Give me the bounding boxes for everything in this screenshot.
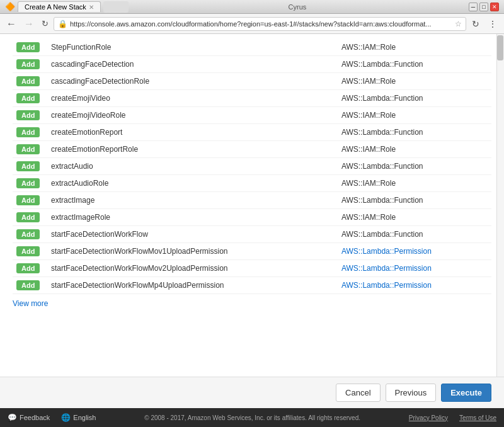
tab-label: Create A New Stack — [25, 3, 86, 11]
language-label: English — [73, 414, 96, 421]
execute-button[interactable]: Execute — [441, 384, 491, 402]
add-resource-button[interactable]: Add — [16, 195, 40, 205]
table-row: AddcascadingFaceDetectionRoleAWS::IAM::R… — [13, 73, 491, 90]
add-resource-button[interactable]: Add — [16, 144, 40, 154]
add-resource-button[interactable]: Add — [16, 93, 40, 103]
main-content: AddStepFunctionRoleAWS::IAM::RoleAddcasc… — [0, 34, 504, 408]
resource-type: AWS::Lambda::Function — [338, 124, 491, 141]
resource-type: AWS::IAM::Role — [338, 175, 491, 192]
resource-type: AWS::Lambda::Permission — [338, 260, 491, 277]
window-controls: ─ □ ✕ — [469, 3, 499, 11]
scrollbar-thumb[interactable] — [497, 35, 503, 60]
add-resource-button[interactable]: Add — [16, 246, 40, 256]
resource-type: AWS::IAM::Role — [338, 39, 491, 56]
add-resource-button[interactable]: Add — [16, 178, 40, 188]
resource-type: AWS::Lambda::Function — [338, 90, 491, 107]
table-row: AddcreateEmojiVideoAWS::Lambda::Function — [13, 90, 491, 107]
add-resource-button[interactable]: Add — [16, 280, 40, 290]
close-button[interactable]: ✕ — [490, 3, 499, 11]
resource-name: extractAudioRole — [47, 175, 338, 192]
copyright-text: © 2008 - 2017, Amazon Web Services, Inc.… — [107, 414, 397, 421]
resource-type: AWS::IAM::Role — [338, 209, 491, 226]
add-resource-button[interactable]: Add — [16, 42, 40, 52]
resource-name: extractImageRole — [47, 209, 338, 226]
resource-type: AWS::Lambda::Function — [338, 226, 491, 243]
table-row: AddcreateEmotionReportAWS::Lambda::Funct… — [13, 124, 491, 141]
resource-name: cascadingFaceDetectionRole — [47, 73, 338, 90]
scroll-area[interactable]: AddStepFunctionRoleAWS::IAM::RoleAddcasc… — [0, 34, 504, 377]
bookmark-icon[interactable]: ☆ — [455, 20, 462, 28]
resource-type: AWS::Lambda::Permission — [338, 243, 491, 260]
resource-name: createEmojiVideo — [47, 90, 338, 107]
tab-close-icon[interactable]: ✕ — [89, 4, 94, 11]
url-bar[interactable]: 🔒 https://console.aws.amazon.com/cloudfo… — [54, 17, 466, 31]
view-more-link[interactable]: View more — [13, 299, 491, 308]
nav-bar: ← → ↻ 🔒 https://console.aws.amazon.com/c… — [0, 14, 504, 34]
table-row: AddextractImageAWS::Lambda::Function — [13, 192, 491, 209]
add-resource-button[interactable]: Add — [16, 59, 40, 69]
maximize-button[interactable]: □ — [479, 3, 488, 11]
table-row: AddextractImageRoleAWS::IAM::Role — [13, 209, 491, 226]
browser-favicon: 🔶 — [5, 2, 15, 11]
scrollbar-track[interactable] — [496, 34, 504, 377]
back-button[interactable]: ← — [4, 17, 19, 31]
title-bar: 🔶 Create A New Stack ✕ Cyrus ─ □ ✕ — [0, 0, 504, 14]
table-row: AddextractAudioRoleAWS::IAM::Role — [13, 175, 491, 192]
feedback-label: Feedback — [20, 414, 50, 421]
resource-type: AWS::Lambda::Function — [338, 192, 491, 209]
feedback-icon: 💬 — [8, 413, 17, 422]
feedback-item[interactable]: 💬 Feedback — [8, 413, 50, 422]
table-row: AddcreateEmojiVideoRoleAWS::IAM::Role — [13, 107, 491, 124]
resource-name: startFaceDetectionWorkFlowMov2UploadPerm… — [47, 260, 338, 277]
forward-button[interactable]: → — [21, 17, 37, 31]
resource-type: AWS::IAM::Role — [338, 141, 491, 158]
add-resource-button[interactable]: Add — [16, 127, 40, 137]
add-resource-button[interactable]: Add — [16, 161, 40, 171]
table-row: AddcreateEmotionReportRoleAWS::IAM::Role — [13, 141, 491, 158]
add-resource-button[interactable]: Add — [16, 263, 40, 273]
resource-name: extractImage — [47, 192, 338, 209]
cancel-button[interactable]: Cancel — [336, 384, 380, 402]
resource-type: AWS::IAM::Role — [338, 107, 491, 124]
resource-name: StepFunctionRole — [47, 39, 338, 56]
resource-name: startFaceDetectionWorkFlowMov1UploadPerm… — [47, 243, 338, 260]
resource-name: cascadingFaceDetection — [47, 56, 338, 73]
table-row: AddstartFaceDetectionWorkFlowMp4UploadPe… — [13, 277, 491, 294]
add-resource-button[interactable]: Add — [16, 229, 40, 239]
add-resource-button[interactable]: Add — [16, 110, 40, 120]
table-row: AddStepFunctionRoleAWS::IAM::Role — [13, 39, 491, 56]
menu-button[interactable]: ⋮ — [485, 18, 500, 30]
language-item[interactable]: 🌐 English — [61, 413, 96, 422]
table-row: AddcascadingFaceDetectionAWS::Lambda::Fu… — [13, 56, 491, 73]
resource-name: startFaceDetectionWorkFlowMp4UploadPermi… — [47, 277, 338, 294]
resource-name: startFaceDetectionWorkFlow — [47, 226, 338, 243]
resource-type: AWS::Lambda::Function — [338, 56, 491, 73]
status-bar: 💬 Feedback 🌐 English © 2008 - 2017, Amaz… — [0, 408, 504, 427]
resource-name: createEmotionReport — [47, 124, 338, 141]
user-label: Cyrus — [289, 3, 307, 11]
terms-of-use-link[interactable]: Terms of Use — [459, 414, 496, 421]
action-bar: Cancel Previous Execute — [0, 377, 504, 408]
resource-type: AWS::IAM::Role — [338, 73, 491, 90]
refresh-button[interactable]: ↻ — [39, 18, 51, 30]
privacy-policy-link[interactable]: Privacy Policy — [409, 414, 448, 421]
resource-name: createEmojiVideoRole — [47, 107, 338, 124]
previous-button[interactable]: Previous — [386, 384, 437, 402]
resource-type: AWS::Lambda::Permission — [338, 277, 491, 294]
resource-type: AWS::Lambda::Function — [338, 158, 491, 175]
url-text: https://console.aws.amazon.com/cloudform… — [70, 20, 452, 28]
resource-name: extractAudio — [47, 158, 338, 175]
minimize-button[interactable]: ─ — [469, 3, 478, 11]
table-row: AddstartFaceDetectionWorkFlowAWS::Lambda… — [13, 226, 491, 243]
table-row: AddextractAudioAWS::Lambda::Function — [13, 158, 491, 175]
globe-icon: 🌐 — [61, 413, 71, 422]
browser-tab[interactable]: Create A New Stack ✕ — [18, 1, 101, 12]
extensions-button[interactable]: ↻ — [469, 18, 483, 30]
resource-table: AddStepFunctionRoleAWS::IAM::RoleAddcasc… — [13, 39, 491, 294]
add-resource-button[interactable]: Add — [16, 76, 40, 86]
resource-name: createEmotionReportRole — [47, 141, 338, 158]
table-row: AddstartFaceDetectionWorkFlowMov1UploadP… — [13, 243, 491, 260]
lock-icon: 🔒 — [58, 20, 67, 28]
add-resource-button[interactable]: Add — [16, 212, 40, 222]
table-row: AddstartFaceDetectionWorkFlowMov2UploadP… — [13, 260, 491, 277]
